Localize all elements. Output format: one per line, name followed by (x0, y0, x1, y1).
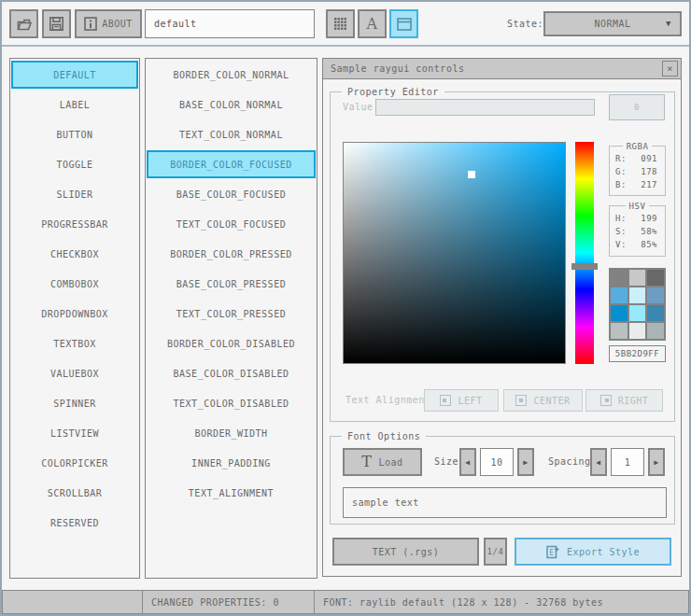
align-left-button[interactable]: LEFT (424, 389, 499, 412)
font-spacing-number: 1 (625, 457, 631, 468)
font-size-number: 10 (490, 457, 502, 468)
sidebar-item-scrollbar[interactable]: SCROLLBAR (11, 479, 138, 507)
property-item-border-color-pressed[interactable]: BORDER_COLOR_PRESSED (147, 240, 316, 268)
sidebar-item-textbox[interactable]: TEXTBOX (11, 329, 138, 357)
toolbar: ABOUT A State: (2, 2, 689, 47)
size-increment-button[interactable]: ▶ (517, 448, 534, 476)
save-style-button[interactable] (42, 9, 71, 38)
hex-color-box[interactable]: 5BB2D9FF (609, 345, 666, 362)
sidebar-item-progressbar[interactable]: PROGRESSBAR (11, 210, 138, 238)
font-spacing-value[interactable]: 1 (611, 448, 644, 476)
hex-color-value: 5BB2D9FF (615, 349, 659, 358)
property-item-text-color-pressed[interactable]: TEXT_COLOR_PRESSED (147, 300, 316, 328)
hsv-saturation-label: S: (615, 225, 627, 238)
hsv-hue-value: 199 (641, 212, 657, 225)
spacing-increment-button[interactable]: ▶ (648, 448, 665, 476)
export-style-label: Export Style (567, 547, 640, 557)
arrow-left-icon: ◀ (465, 458, 470, 467)
hsv-value-row: V:85% (610, 238, 665, 251)
sidebar-item-colorpicker[interactable]: COLORPICKER (11, 449, 138, 477)
export-format-button[interactable]: TEXT (.rgs) (332, 538, 479, 566)
property-item-text-color-disabled[interactable]: TEXT_COLOR_DISABLED (147, 389, 316, 417)
property-item-border-color-focused[interactable]: BORDER_COLOR_FOCUSED (147, 150, 316, 178)
hsv-hue-label: H: (615, 212, 627, 225)
sidebar-item-checkbox[interactable]: CHECKBOX (11, 240, 138, 268)
font-view-button[interactable]: A (358, 9, 387, 38)
sidebar-item-slider[interactable]: SLIDER (11, 180, 138, 208)
property-item-text-alignment[interactable]: TEXT_ALIGNMENT (147, 479, 316, 507)
property-item-base-color-focused[interactable]: BASE_COLOR_FOCUSED (147, 180, 316, 208)
font-type-icon: T (361, 455, 372, 469)
color-swatch[interactable] (629, 323, 646, 339)
style-name-input[interactable] (145, 9, 315, 38)
about-button[interactable]: ABOUT (75, 9, 142, 38)
hsv-value-value: 85% (641, 238, 657, 251)
property-item-base-color-disabled[interactable]: BASE_COLOR_DISABLED (147, 359, 316, 387)
panel-close-button[interactable]: × (662, 61, 678, 77)
property-item-base-color-pressed[interactable]: BASE_COLOR_PRESSED (147, 270, 316, 298)
property-item-border-width[interactable]: BORDER_WIDTH (147, 419, 316, 447)
load-font-button[interactable]: T Load (343, 448, 422, 476)
controls-view-button[interactable] (389, 9, 418, 38)
window-panel-icon (397, 18, 412, 31)
arrow-left-icon: ◀ (596, 458, 600, 467)
hue-slider[interactable] (575, 142, 594, 364)
align-right-button[interactable]: RIGHT (585, 389, 663, 412)
rgba-green-row: G:178 (610, 165, 665, 178)
color-picker-marker[interactable] (468, 171, 475, 178)
color-swatch[interactable] (629, 270, 646, 286)
align-right-icon (600, 395, 612, 406)
style-table-view-button[interactable] (326, 9, 355, 38)
rgba-blue-label: B: (615, 178, 627, 191)
hsv-value-label: V: (615, 238, 627, 251)
sidebar-item-listview[interactable]: LISTVIEW (11, 419, 138, 447)
sidebar-item-combobox[interactable]: COMBOBOX (11, 270, 138, 298)
sample-text: sample text (352, 497, 419, 508)
sidebar-item-default[interactable]: DEFAULT (11, 61, 138, 89)
font-size-value[interactable]: 10 (480, 448, 514, 476)
property-item-text-color-normal[interactable]: TEXT_COLOR_NORMAL (147, 120, 316, 148)
align-center-button[interactable]: CENTER (503, 389, 583, 412)
value-button[interactable]: 0 (609, 94, 665, 120)
property-item-border-color-normal[interactable]: BORDER_COLOR_NORMAL (147, 61, 316, 89)
property-item-base-color-normal[interactable]: BASE_COLOR_NORMAL (147, 91, 316, 119)
sidebar-item-label[interactable]: LABEL (11, 91, 138, 119)
sidebar-item-toggle[interactable]: TOGGLE (11, 150, 138, 178)
sidebar-item-button[interactable]: BUTTON (11, 120, 138, 148)
color-swatch[interactable] (629, 305, 646, 321)
color-swatch[interactable] (647, 287, 664, 303)
color-swatch[interactable] (611, 305, 628, 321)
sidebar-item-dropdownbox[interactable]: DROPDOWNBOX (11, 300, 138, 328)
export-style-button[interactable]: E Export Style (515, 538, 671, 566)
color-swatch[interactable] (647, 305, 664, 321)
hue-slider-handle[interactable] (571, 263, 598, 270)
state-dropdown[interactable]: NORMAL ▼ (543, 11, 682, 36)
value-button-label: 0 (634, 103, 640, 112)
color-swatch[interactable] (611, 323, 628, 339)
spacing-decrement-button[interactable]: ◀ (590, 448, 607, 476)
color-swatch[interactable] (647, 270, 664, 286)
size-decrement-button[interactable]: ◀ (459, 448, 476, 476)
format-counter[interactable]: 1/4 (484, 538, 507, 566)
color-swatch[interactable] (611, 270, 628, 286)
color-swatch[interactable] (647, 323, 664, 339)
color-swatch[interactable] (611, 287, 628, 303)
property-item-text-color-focused[interactable]: TEXT_COLOR_FOCUSED (147, 210, 316, 238)
sample-text-box[interactable]: sample text (343, 487, 667, 518)
color-swatch[interactable] (629, 287, 646, 303)
sidebar-item-spinner[interactable]: SPINNER (11, 389, 138, 417)
color-saturation-value-picker[interactable] (343, 142, 566, 364)
sidebar-item-valuebox[interactable]: VALUEBOX (11, 359, 138, 387)
property-editor-group: Property Editor Value: 0 RGBA R:091 G:17… (330, 91, 675, 422)
panel-titlebar[interactable]: Sample raygui controls (323, 59, 681, 79)
open-style-button[interactable] (9, 9, 38, 38)
folder-open-icon (16, 17, 33, 32)
value-slider[interactable] (375, 99, 595, 116)
property-item-inner-padding[interactable]: INNER_PADDING (147, 449, 316, 477)
property-item-border-color-disabled[interactable]: BORDER_COLOR_DISABLED (147, 329, 316, 357)
hsv-group: HSV H:199 S:58% V:85% (609, 205, 666, 257)
chevron-down-icon: ▼ (666, 13, 671, 35)
align-left-label: LEFT (458, 396, 482, 406)
sidebar-item-reserved[interactable]: RESERVED (11, 509, 138, 537)
export-format-label: TEXT (.rgs) (373, 547, 440, 557)
